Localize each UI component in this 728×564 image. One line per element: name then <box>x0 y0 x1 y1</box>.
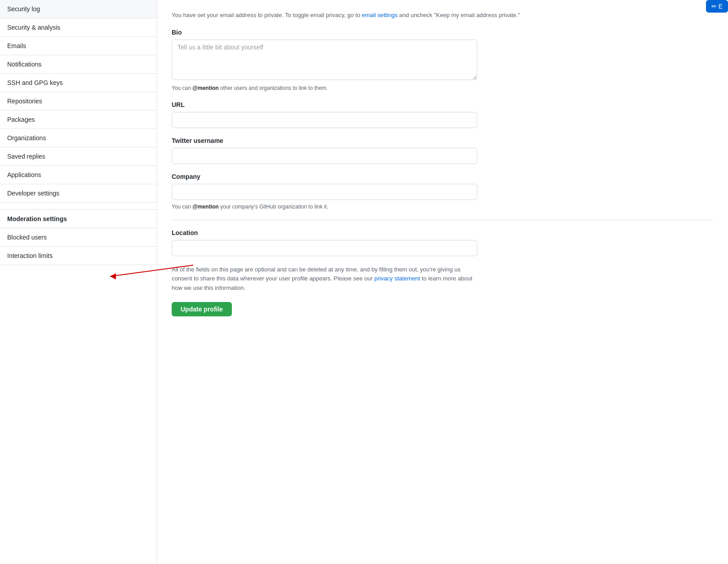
sidebar-item-ssh-gpg[interactable]: SSH and GPG keys <box>0 74 157 92</box>
email-privacy-note: You have set your email address to priva… <box>172 11 714 20</box>
sidebar-item-applications[interactable]: Applications <box>0 166 157 184</box>
email-settings-link[interactable]: email settings <box>362 12 397 18</box>
sidebar: Security log Security & analysis Emails … <box>0 0 157 564</box>
company-field-group: Company You can @mention your company's … <box>172 173 714 211</box>
sidebar-item-packages[interactable]: Packages <box>0 111 157 129</box>
company-input[interactable] <box>172 184 477 200</box>
divider <box>172 220 714 220</box>
company-hint: You can @mention your company's GitHub o… <box>172 203 714 211</box>
url-field-group: URL <box>172 101 714 128</box>
moderation-settings-header: Moderation settings <box>0 210 157 228</box>
twitter-field-group: Twitter username <box>172 137 714 164</box>
url-label: URL <box>172 101 714 108</box>
edit-button-label: E <box>719 3 723 10</box>
sidebar-item-notifications[interactable]: Notifications <box>0 55 157 74</box>
bio-label: Bio <box>172 29 714 36</box>
location-field-group: Location <box>172 229 714 256</box>
sidebar-item-interaction-limits[interactable]: Interaction limits <box>0 247 157 265</box>
sidebar-item-developer-settings[interactable]: Developer settings <box>0 184 157 203</box>
url-input[interactable] <box>172 112 477 128</box>
sidebar-item-emails[interactable]: Emails <box>0 37 157 55</box>
location-input[interactable] <box>172 240 477 256</box>
sidebar-item-blocked-users[interactable]: Blocked users <box>0 228 157 247</box>
update-profile-button[interactable]: Update profile <box>172 302 232 316</box>
bio-hint: You can @mention other users and organiz… <box>172 84 714 92</box>
edit-button[interactable]: ✏ E <box>706 0 728 13</box>
edit-icon: ✏ <box>711 3 717 10</box>
privacy-statement-link[interactable]: privacy statement <box>374 275 420 282</box>
twitter-label: Twitter username <box>172 137 714 144</box>
main-content: ✏ E You have set your email address to p… <box>157 0 728 564</box>
location-label: Location <box>172 229 714 236</box>
sidebar-item-saved-replies[interactable]: Saved replies <box>0 147 157 166</box>
twitter-input[interactable] <box>172 148 477 164</box>
sidebar-item-organizations[interactable]: Organizations <box>0 129 157 147</box>
bio-textarea[interactable] <box>172 40 477 80</box>
bio-field-group: Bio You can @mention other users and org… <box>172 29 714 92</box>
company-label: Company <box>172 173 714 180</box>
top-right-area: ✏ E <box>706 0 728 13</box>
sidebar-item-security-log[interactable]: Security log <box>0 0 157 18</box>
sidebar-item-security-analysis[interactable]: Security & analysis <box>0 18 157 37</box>
sidebar-item-repositories[interactable]: Repositories <box>0 92 157 111</box>
footer-note: All of the fields on this page are optio… <box>172 265 477 293</box>
